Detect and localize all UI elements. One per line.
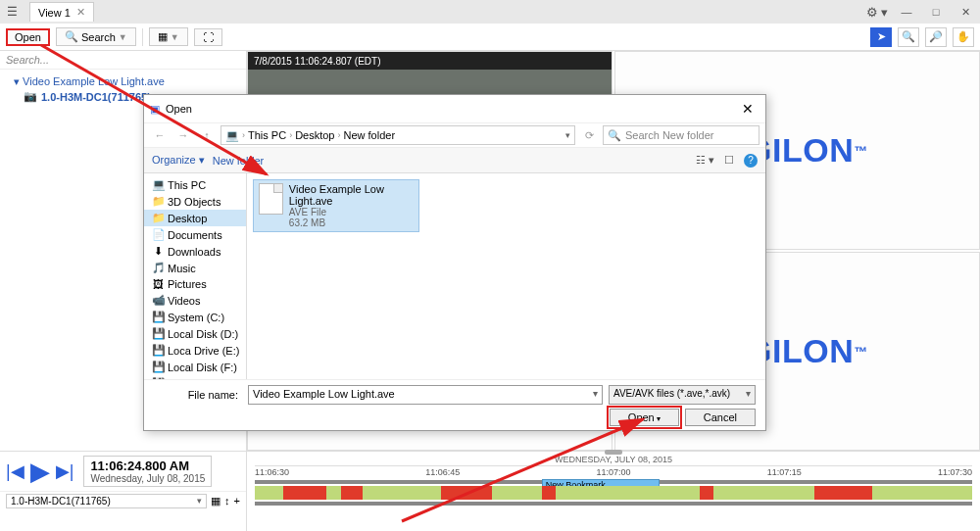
- view-tab[interactable]: View 1 ✕: [29, 2, 94, 22]
- minimize-button[interactable]: —: [892, 6, 921, 18]
- folder-icon: 📁: [152, 212, 164, 224]
- tree-item[interactable]: 📹Videos: [144, 292, 246, 309]
- search-icon: 🔍: [608, 129, 621, 142]
- camera-icon: 📷: [24, 90, 37, 103]
- dialog-title: Open: [166, 103, 192, 115]
- tree-root[interactable]: ▾ Video Example Low Light.ave: [6, 73, 240, 90]
- add-icon[interactable]: ▦: [211, 495, 220, 507]
- tree-item[interactable]: 📄Documents: [144, 226, 246, 243]
- file-type: AVE File: [289, 207, 414, 217]
- folder-icon: 🎵: [152, 262, 164, 274]
- folder-icon: 💾: [152, 361, 164, 373]
- tree-item[interactable]: 💾Loca Drive (E:): [144, 342, 246, 359]
- timeline-track[interactable]: [255, 486, 972, 500]
- tree-item[interactable]: 🎵Music: [144, 260, 246, 276]
- folder-icon: ▣: [150, 103, 160, 116]
- step-forward-icon[interactable]: ▶|: [56, 460, 74, 482]
- tree-item[interactable]: 💾Local Disk (F:): [144, 359, 246, 375]
- file-open-dialog: ▣ Open ✕ ← → ↑ 💻 › This PC› Desktop› New…: [143, 94, 766, 431]
- tree-item[interactable]: 📁Desktop: [144, 210, 246, 226]
- file-type-select[interactable]: AVE/AVK files (*.ave,*.avk): [609, 385, 756, 405]
- timeline: |◀ ▶ ▶| 11:06:24.800 AM Wednesday, July …: [0, 451, 980, 531]
- tree-item[interactable]: 💻This PC: [144, 176, 246, 193]
- pointer-tool-icon[interactable]: ➤: [870, 27, 892, 47]
- gear-icon[interactable]: ⚙ ▾: [862, 5, 892, 20]
- timeline-date-header: WEDNESDAY, JULY 08, 2015: [255, 454, 972, 466]
- folder-icon: ⬇: [152, 245, 164, 258]
- file-size: 63.2 MB: [289, 217, 414, 228]
- pan-icon[interactable]: ✋: [953, 27, 974, 47]
- main-toolbar: Open 🔍Search▼ ▦ ▼ ⛶ ➤ 🔍 🔎 ✋: [0, 24, 980, 51]
- tab-label: View 1: [38, 7, 71, 19]
- sidebar-search-input[interactable]: Search...: [0, 51, 246, 70]
- file-item[interactable]: Video Example Low Light.ave AVE File 63.…: [253, 179, 419, 232]
- hamburger-icon[interactable]: ☰: [0, 5, 24, 19]
- dialog-titlebar: ▣ Open ✕: [144, 95, 765, 122]
- resize-handle-icon[interactable]: [605, 450, 622, 455]
- timeline-ticks: 11:06:3011:06:4511:07:0011:07:1511:07:30: [255, 466, 972, 478]
- help-icon[interactable]: ?: [744, 154, 758, 168]
- breadcrumb[interactable]: 💻 › This PC› Desktop› New folder ▾: [220, 125, 575, 145]
- dialog-toolbar: Organize ▾ New folder ☷ ▾ ☐ ?: [144, 148, 765, 173]
- fullscreen-button[interactable]: ⛶: [194, 28, 222, 46]
- folder-icon: 🖼: [152, 278, 164, 290]
- view-mode-icon[interactable]: ☷ ▾: [696, 154, 714, 167]
- folder-icon: 💻: [152, 178, 164, 191]
- zoom-out-icon[interactable]: 🔎: [925, 27, 947, 47]
- window-titlebar: ☰ View 1 ✕ ⚙ ▾ — □ ✕: [0, 0, 980, 24]
- close-icon[interactable]: ✕: [736, 101, 760, 117]
- feed-timestamp: 7/8/2015 11:06:24.807 (EDT): [248, 52, 612, 70]
- dialog-nav: ← → ↑ 💻 › This PC› Desktop› New folder ▾…: [144, 122, 765, 148]
- refresh-icon[interactable]: ⟳: [579, 129, 599, 142]
- dialog-search-input[interactable]: 🔍 Search New folder: [603, 125, 760, 145]
- folder-icon: 📹: [152, 294, 164, 307]
- organize-button[interactable]: Organize ▾: [152, 154, 205, 167]
- folder-tree[interactable]: 💻This PC📁3D Objects📁Desktop📄Documents⬇Do…: [144, 173, 247, 379]
- search-icon: 🔍: [65, 30, 78, 43]
- cancel-button[interactable]: Cancel: [685, 409, 756, 426]
- forward-icon[interactable]: →: [173, 129, 193, 141]
- folder-icon: 💾: [152, 311, 164, 323]
- zoom-in-icon[interactable]: 🔍: [898, 27, 919, 47]
- up-icon[interactable]: ↑: [197, 129, 217, 141]
- plus-icon[interactable]: +: [234, 495, 240, 507]
- timeline-track-area[interactable]: WEDNESDAY, JULY 08, 2015 11:06:3011:06:4…: [247, 452, 980, 531]
- pc-icon: 💻: [225, 129, 239, 142]
- close-icon[interactable]: ✕: [76, 6, 85, 19]
- folder-icon: 📁: [152, 195, 164, 208]
- tree-item[interactable]: 💾System (C:): [144, 309, 246, 325]
- layout-button[interactable]: ▦ ▼: [149, 27, 188, 46]
- arrow-icon[interactable]: ↕: [224, 495, 230, 507]
- file-name: Video Example Low Light.ave: [289, 183, 414, 207]
- search-button[interactable]: 🔍Search▼: [56, 27, 136, 46]
- tree-item[interactable]: 💾Local Disk (D:): [144, 325, 246, 342]
- back-icon[interactable]: ←: [150, 129, 170, 141]
- camera-select[interactable]: 1.0-H3M-DC1(711765)▾: [6, 494, 207, 508]
- file-icon: [259, 183, 283, 215]
- preview-icon[interactable]: ☐: [724, 154, 734, 167]
- close-button[interactable]: ✕: [951, 6, 980, 19]
- folder-icon: 📄: [152, 228, 164, 241]
- folder-icon: 💾: [152, 327, 164, 340]
- tree-item[interactable]: 🖼Pictures: [144, 276, 246, 292]
- file-name-label: File name:: [154, 389, 242, 401]
- folder-icon: 💾: [152, 344, 164, 357]
- step-back-icon[interactable]: |◀: [6, 460, 24, 482]
- time-display[interactable]: 11:06:24.800 AM Wednesday, July 08, 2015: [83, 456, 212, 487]
- file-list[interactable]: Video Example Low Light.ave AVE File 63.…: [247, 173, 765, 379]
- play-icon[interactable]: ▶: [30, 457, 50, 487]
- open-button[interactable]: Open▾: [610, 409, 679, 426]
- file-name-input[interactable]: Video Example Low Light.ave: [248, 385, 603, 405]
- maximize-button[interactable]: □: [921, 6, 951, 18]
- new-folder-button[interactable]: New folder: [213, 155, 265, 167]
- tree-item[interactable]: ⬇Downloads: [144, 243, 246, 260]
- tree-item[interactable]: 📁3D Objects: [144, 193, 246, 210]
- open-button[interactable]: Open: [6, 28, 50, 46]
